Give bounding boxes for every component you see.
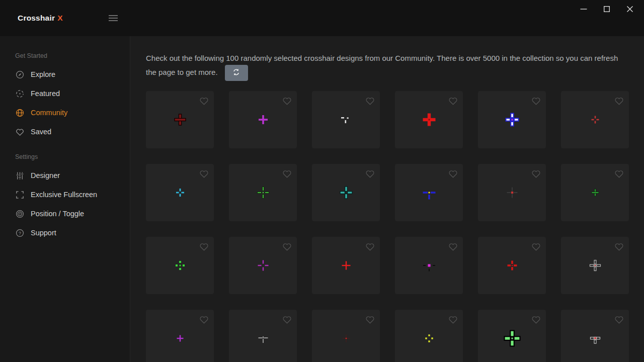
sidebar-item-label: Support — [31, 229, 56, 237]
sidebar-item-support[interactable]: ?Support — [0, 223, 130, 242]
window-controls — [576, 2, 637, 17]
sidebar-item-label: Community — [31, 109, 67, 117]
crosshair-preview — [336, 255, 356, 276]
favorite-heart-button[interactable] — [281, 95, 293, 107]
crosshair-preview — [336, 110, 356, 130]
crosshair-card-green-dot-cluster[interactable] — [146, 237, 214, 294]
crosshair-card-white-blue-outline-cross-purple-dot[interactable] — [478, 91, 546, 148]
sidebar-item-label: Explore — [31, 70, 55, 78]
favorite-heart-button[interactable] — [530, 313, 542, 325]
crosshair-preview — [419, 255, 439, 276]
favorite-heart-button[interactable] — [198, 167, 210, 179]
favorite-heart-button[interactable] — [364, 313, 376, 325]
close-button[interactable] — [622, 2, 637, 17]
favorite-heart-button[interactable] — [364, 240, 376, 252]
sidebar-item-designer[interactable]: Designer — [0, 166, 130, 185]
favorite-heart-button[interactable] — [198, 95, 210, 107]
sidebar-item-exclusive-fullscreen[interactable]: Exclusive Fullscreen — [0, 185, 130, 204]
minimize-button[interactable] — [576, 2, 591, 17]
crosshair-card-teal-outlined-gap-cross[interactable] — [312, 164, 380, 221]
scope-icon — [15, 89, 25, 99]
crosshair-card-magenta-small-plus[interactable] — [146, 310, 214, 362]
crosshair-card-yellow-diamond-dots[interactable] — [395, 310, 463, 362]
crosshair-preview — [585, 328, 605, 348]
app-logo-text: Crosshair — [18, 14, 55, 23]
crosshair-preview — [502, 255, 522, 276]
favorite-heart-button[interactable] — [198, 313, 210, 325]
crosshair-card-magenta-square-black-dashes[interactable] — [395, 237, 463, 294]
crosshair-preview — [170, 255, 190, 276]
sidebar-item-featured[interactable]: Featured — [0, 84, 130, 103]
crosshair-card-dark-red-outlined-cross[interactable] — [146, 91, 214, 148]
favorite-heart-button[interactable] — [530, 240, 542, 252]
crosshair-card-white-t-shape[interactable] — [229, 310, 297, 362]
crosshair-preview — [502, 328, 522, 348]
compass-icon — [15, 70, 25, 79]
crosshair-preview — [170, 183, 190, 203]
favorite-heart-button[interactable] — [281, 167, 293, 179]
crosshair-card-white-outline-t-red-center[interactable] — [561, 310, 629, 362]
close-icon — [626, 6, 633, 14]
menu-toggle-button[interactable] — [108, 15, 119, 23]
favorite-heart-button[interactable] — [447, 313, 459, 325]
favorite-heart-button[interactable] — [613, 313, 625, 325]
sidebar-item-community[interactable]: Community — [0, 103, 130, 122]
crosshair-preview — [336, 328, 356, 348]
maximize-button[interactable] — [599, 2, 614, 17]
sidebar: Get StartedExploreFeaturedCommunitySaved… — [0, 36, 130, 362]
globe-icon — [15, 108, 25, 118]
crosshair-card-red-thin-plus[interactable] — [312, 237, 380, 294]
favorite-heart-button[interactable] — [364, 167, 376, 179]
crosshair-card-magenta-gap-cross[interactable] — [229, 237, 297, 294]
crosshair-preview — [419, 110, 439, 130]
crosshair-card-gray-outline-cross-red-center[interactable] — [561, 237, 629, 294]
crosshair-card-magenta-plus[interactable] — [229, 91, 297, 148]
sidebar-item-explore[interactable]: Explore — [0, 65, 130, 84]
crosshair-card-green-small-plus[interactable] — [561, 164, 629, 221]
refresh-button[interactable] — [225, 65, 248, 81]
crosshair-preview — [253, 110, 273, 130]
sidebar-item-label: Featured — [31, 89, 60, 98]
crosshair-preview — [336, 183, 356, 203]
favorite-heart-button[interactable] — [447, 95, 459, 107]
crosshair-card-green-gap-cross-dot[interactable] — [229, 164, 297, 221]
sidebar-item-label: Exclusive Fullscreen — [31, 191, 97, 199]
crosshair-card-blue-t-yellow-dot[interactable] — [395, 164, 463, 221]
rings-icon — [15, 209, 25, 219]
favorite-heart-button[interactable] — [198, 240, 210, 252]
crosshair-card-red-segmented-cross-dot[interactable] — [478, 237, 546, 294]
intro-text: Check out the following 100 randomly sel… — [146, 54, 618, 76]
crosshair-preview — [253, 255, 273, 276]
favorite-heart-button[interactable] — [447, 240, 459, 252]
crosshair-card-faint-red-cross-dot[interactable] — [312, 310, 380, 362]
crosshair-card-cyan-gap-cross[interactable] — [146, 164, 214, 221]
refresh-icon — [232, 68, 240, 78]
intro-paragraph: Check out the following 100 randomly sel… — [146, 51, 630, 81]
favorite-heart-button[interactable] — [447, 167, 459, 179]
sidebar-item-position-toggle[interactable]: Position / Toggle — [0, 204, 130, 223]
favorite-heart-button[interactable] — [281, 313, 293, 325]
sidebar-item-saved[interactable]: Saved — [0, 122, 130, 141]
fullscreen-icon — [15, 190, 25, 200]
main-content: Check out the following 100 randomly sel… — [130, 36, 644, 362]
app-logo-accent: X — [57, 14, 63, 23]
crosshair-preview — [502, 183, 522, 203]
crosshair-card-white-dash-trio[interactable] — [312, 91, 380, 148]
favorite-heart-button[interactable] — [281, 240, 293, 252]
crosshair-preview — [419, 328, 439, 348]
favorite-heart-button[interactable] — [613, 95, 625, 107]
sliders-icon — [15, 171, 25, 180]
favorite-heart-button[interactable] — [613, 167, 625, 179]
crosshair-card-green-thick-outlined-cross[interactable] — [478, 310, 546, 362]
favorite-heart-button[interactable] — [364, 95, 376, 107]
crosshair-card-bold-red-cross[interactable] — [395, 91, 463, 148]
favorite-heart-button[interactable] — [613, 240, 625, 252]
crosshair-preview — [170, 110, 190, 130]
sidebar-item-label: Position / Toggle — [31, 210, 84, 218]
crosshair-card-red-gap-cross-small[interactable] — [561, 91, 629, 148]
crosshair-preview — [253, 183, 273, 203]
crosshair-card-gray-thin-cross-red-dot[interactable] — [478, 164, 546, 221]
sidebar-section-label: Get Started — [15, 51, 130, 60]
favorite-heart-button[interactable] — [530, 95, 542, 107]
favorite-heart-button[interactable] — [530, 167, 542, 179]
